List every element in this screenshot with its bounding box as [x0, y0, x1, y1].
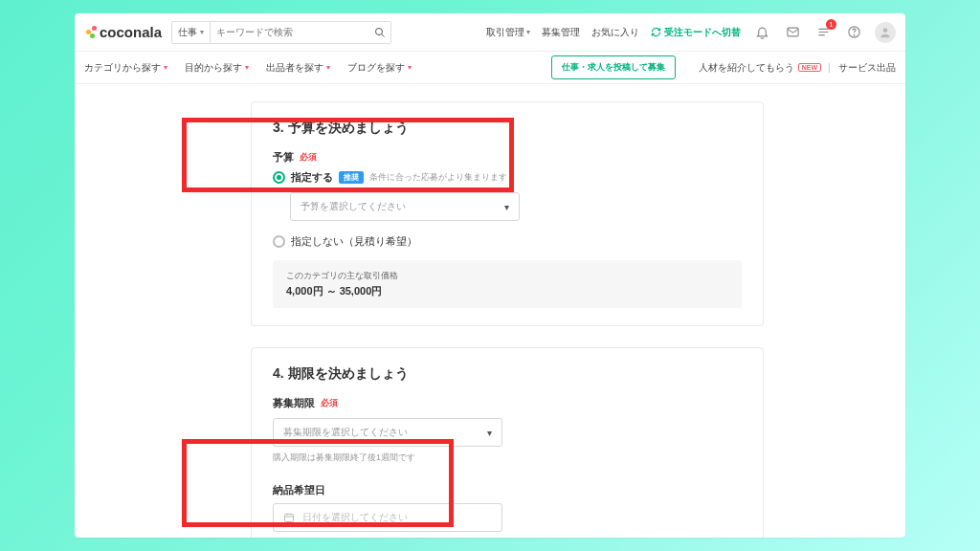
search-input[interactable] — [211, 24, 369, 40]
recruit-period-select[interactable]: 募集期限を選択してください ▾ — [273, 418, 502, 447]
svg-point-8 — [883, 28, 888, 33]
nav-purpose[interactable]: 目的から探す▾ — [185, 61, 249, 75]
search-group: 仕事 ▾ — [171, 21, 391, 44]
budget-select-placeholder: 予算を選択してください — [301, 200, 406, 213]
mail-icon[interactable] — [783, 23, 802, 42]
new-badge: NEW — [798, 63, 821, 72]
service-sell-link[interactable]: サービス出品 — [838, 61, 896, 75]
price-range-value: 4,000円 ～ 35,000円 — [286, 284, 728, 298]
price-range-label: このカテゴリの主な取引価格 — [286, 270, 728, 282]
nav-sellers[interactable]: 出品者を探す▾ — [266, 61, 330, 75]
recruit-note: 購入期限は募集期限終了後1週間です — [273, 452, 742, 464]
chevron-down-icon: ▾ — [526, 28, 530, 36]
radio-specify-label: 指定する — [291, 170, 333, 185]
list-icon[interactable]: 1 — [813, 23, 833, 42]
chevron-down-icon: ▾ — [326, 63, 330, 72]
help-icon[interactable] — [844, 23, 863, 42]
budget-card: 3. 予算を決めましょう 予算 必須 指定する 推奨 条件に合った応募がより集ま… — [251, 101, 764, 326]
content-area: 3. 予算を決めましょう 予算 必須 指定する 推奨 条件に合った応募がより集ま… — [75, 84, 905, 538]
chevron-down-icon: ▾ — [504, 202, 509, 212]
delivery-date-input[interactable]: 日付を選択してください — [273, 503, 502, 532]
logo-mark-icon — [84, 26, 98, 39]
section3-title: 3. 予算を決めましょう — [273, 120, 742, 137]
post-job-button[interactable]: 仕事・求人を投稿して募集 — [551, 55, 676, 79]
svg-point-0 — [376, 28, 383, 34]
search-icon[interactable] — [369, 27, 390, 38]
bell-icon[interactable] — [752, 23, 771, 42]
svg-line-1 — [382, 33, 385, 36]
nav-blog[interactable]: ブログを探す▾ — [347, 61, 412, 75]
brand-text: coconala — [100, 24, 162, 40]
notification-badge: 1 — [826, 19, 836, 30]
job-type-label: 仕事 — [178, 26, 197, 39]
recruit-period-placeholder: 募集期限を選択してください — [283, 426, 408, 439]
sub-nav: カテゴリから探す▾ 目的から探す▾ 出品者を探す▾ ブログを探す▾ 仕事・求人を… — [75, 52, 905, 84]
chevron-down-icon: ▾ — [487, 428, 492, 438]
recommend-note: 条件に合った応募がより集まります — [369, 171, 507, 184]
mode-switch[interactable]: 受注モードへ切替 — [651, 26, 741, 39]
radio-specify-row[interactable]: 指定する 推奨 条件に合った応募がより集まります — [273, 170, 742, 185]
calendar-icon — [283, 512, 295, 523]
nav-recruit[interactable]: 募集管理 — [542, 26, 580, 39]
recruit-period-label: 募集期限 必須 — [273, 396, 742, 410]
radio-nospecify-row[interactable]: 指定しない（見積り希望） — [273, 234, 742, 249]
radio-no-specify[interactable] — [273, 235, 285, 248]
radio-no-specify-label: 指定しない（見積り希望） — [291, 234, 417, 249]
delivery-date-placeholder: 日付を選択してください — [302, 511, 408, 524]
price-range-box: このカテゴリの主な取引価格 4,000円 ～ 35,000円 — [273, 260, 742, 308]
header-nav: 取引管理▾ 募集管理 お気に入り 受注モードへ切替 1 — [486, 22, 896, 43]
svg-point-7 — [854, 34, 855, 35]
section4-title: 4. 期限を決めましょう — [273, 365, 742, 383]
chevron-down-icon: ▾ — [200, 28, 204, 36]
search-box — [210, 21, 391, 44]
nav-transactions[interactable]: 取引管理▾ — [486, 26, 530, 39]
chevron-down-icon: ▾ — [164, 63, 167, 72]
job-type-select[interactable]: 仕事 ▾ — [171, 21, 210, 44]
nav-favorites[interactable]: お気に入り — [591, 26, 639, 39]
delivery-date-label: 納品希望日 — [273, 483, 742, 497]
deadline-card: 4. 期限を決めましょう 募集期限 必須 募集期限を選択してください ▾ 購入期… — [251, 347, 764, 538]
chevron-down-icon: ▾ — [408, 63, 412, 72]
refresh-icon — [651, 27, 661, 37]
required-badge: 必須 — [321, 397, 338, 409]
introduce-link[interactable]: 人材を紹介してもらう NEW — [699, 61, 821, 75]
nav-category[interactable]: カテゴリから探す▾ — [84, 61, 167, 75]
recommended-badge: 推奨 — [339, 171, 364, 184]
app-window: coconala 仕事 ▾ 取引管理▾ 募集管理 お気に入り 受注モー — [75, 13, 905, 538]
avatar[interactable] — [875, 22, 896, 43]
logo[interactable]: coconala — [84, 24, 162, 40]
required-badge: 必須 — [300, 151, 317, 164]
budget-select[interactable]: 予算を選択してください ▾ — [290, 192, 520, 221]
header: coconala 仕事 ▾ 取引管理▾ 募集管理 お気に入り 受注モー — [75, 13, 905, 52]
chevron-down-icon: ▾ — [245, 63, 249, 72]
budget-field-label: 予算 必須 — [273, 150, 742, 165]
radio-specify[interactable] — [273, 171, 285, 184]
svg-rect-9 — [285, 515, 294, 522]
